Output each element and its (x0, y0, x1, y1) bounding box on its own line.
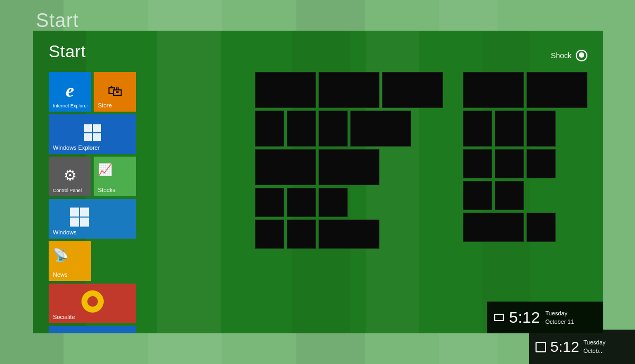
dark-tile[interactable] (463, 72, 524, 108)
clock-date: Tuesday October 11 (545, 309, 574, 326)
dark-tile[interactable] (382, 72, 443, 108)
dark-row-5 (255, 220, 443, 249)
socialite-icon (81, 290, 104, 312)
clock-time: 5:12 (509, 308, 540, 326)
dark-tile[interactable] (287, 111, 316, 147)
dark-tiles-left (255, 72, 443, 249)
dark-tile[interactable] (255, 220, 284, 249)
dark-tile[interactable] (527, 72, 587, 108)
dark-tile[interactable] (255, 111, 284, 147)
ie-icon: e (66, 79, 74, 101)
ie-label: Internet Explorer (53, 103, 88, 108)
dark-tile[interactable] (319, 149, 379, 185)
tile-group-1: e Internet Explorer 🛍 Store Win (49, 72, 136, 333)
stocks-icon: 📈 (98, 163, 112, 177)
start-header: Start Shock (33, 31, 603, 68)
bg-start-label: Start (36, 10, 79, 32)
dark-right-row-5 (463, 213, 587, 242)
user-info[interactable]: Shock (551, 50, 587, 61)
dark-right-row-4 (463, 181, 587, 210)
tile-groups-left: e Internet Explorer 🛍 Store Win (49, 72, 136, 333)
dark-tile[interactable] (255, 72, 316, 108)
windows-logo (70, 207, 89, 226)
dark-tile[interactable] (463, 213, 524, 242)
bg-monitor-icon (536, 342, 546, 352)
dark-tile[interactable] (527, 111, 556, 147)
dark-tile[interactable] (463, 181, 492, 210)
dark-tile[interactable] (287, 188, 316, 217)
dark-tile[interactable] (350, 111, 411, 147)
dark-tile[interactable] (495, 181, 524, 210)
tile-stocks[interactable]: 📈 Stocks (94, 157, 136, 196)
news-label: News (53, 271, 68, 278)
clock-full-date: October 11 (545, 319, 574, 325)
news-icon: 📡 (53, 248, 69, 262)
dark-row-2 (255, 111, 443, 147)
win-explorer-label: Windows Explorer (53, 144, 100, 151)
dark-tile[interactable] (319, 188, 348, 217)
clock-panel: 5:12 Tuesday October 11 (487, 302, 603, 333)
store-icon: 🛍 (107, 81, 122, 99)
tile-socialite[interactable]: Socialite (49, 284, 136, 323)
tile-internet-explorer[interactable]: e Internet Explorer (49, 72, 91, 112)
start-title: Start (49, 42, 86, 61)
dark-tile[interactable] (319, 111, 348, 147)
control-panel-icon: ⚙ (64, 166, 77, 184)
dark-right-row-3 (463, 149, 587, 178)
tile-tweetarama[interactable]: @ Tweet@rama (49, 326, 136, 333)
dark-tile[interactable] (527, 213, 556, 242)
tile-windows[interactable]: Windows (49, 199, 136, 239)
control-panel-label: Control Panel (53, 188, 82, 193)
dark-tile[interactable] (527, 149, 556, 178)
monitor-icon (494, 314, 504, 321)
dark-tile[interactable] (319, 220, 379, 249)
dark-row-3 (255, 149, 443, 185)
tile-windows-explorer[interactable]: Windows Explorer (49, 114, 136, 154)
dark-tile[interactable] (463, 111, 492, 147)
start-screen: Start Shock e Internet Explorer 🛍 Store (33, 31, 603, 333)
tile-store[interactable]: 🛍 Store (94, 72, 136, 112)
dark-tile[interactable] (255, 149, 316, 185)
dark-tile[interactable] (319, 72, 379, 108)
windows-label: Windows (53, 229, 77, 235)
user-name-label: Shock (551, 51, 572, 60)
dark-right-row-1 (463, 72, 587, 108)
socialite-label: Socialite (53, 314, 75, 320)
bg-clock-time: 5:12 (550, 339, 579, 356)
window-stripe (157, 31, 221, 333)
clock-day: Tuesday (545, 310, 567, 316)
stocks-label: Stocks (98, 187, 115, 193)
dark-row-4 (255, 188, 443, 217)
tile-news[interactable]: 📡 News (49, 241, 91, 281)
tile-control-panel[interactable]: ⚙ Control Panel (49, 157, 91, 196)
dark-tile[interactable] (495, 149, 524, 178)
dark-row-1 (255, 72, 443, 108)
win-logo (84, 124, 101, 141)
dark-tile[interactable] (495, 111, 524, 147)
store-label: Store (98, 102, 112, 108)
dark-tile[interactable] (287, 220, 316, 249)
dark-tile[interactable] (463, 149, 492, 178)
user-avatar-icon (576, 50, 587, 61)
bg-clock-date: Tuesday Octob... (584, 339, 606, 355)
user-avatar-inner (579, 52, 584, 58)
socialite-inner (87, 296, 98, 306)
dark-tiles-right (463, 72, 587, 242)
dark-right-row-2 (463, 111, 587, 147)
dark-tile[interactable] (255, 188, 284, 217)
bg-clock-panel: 5:12 Tuesday Octob... (529, 330, 635, 364)
